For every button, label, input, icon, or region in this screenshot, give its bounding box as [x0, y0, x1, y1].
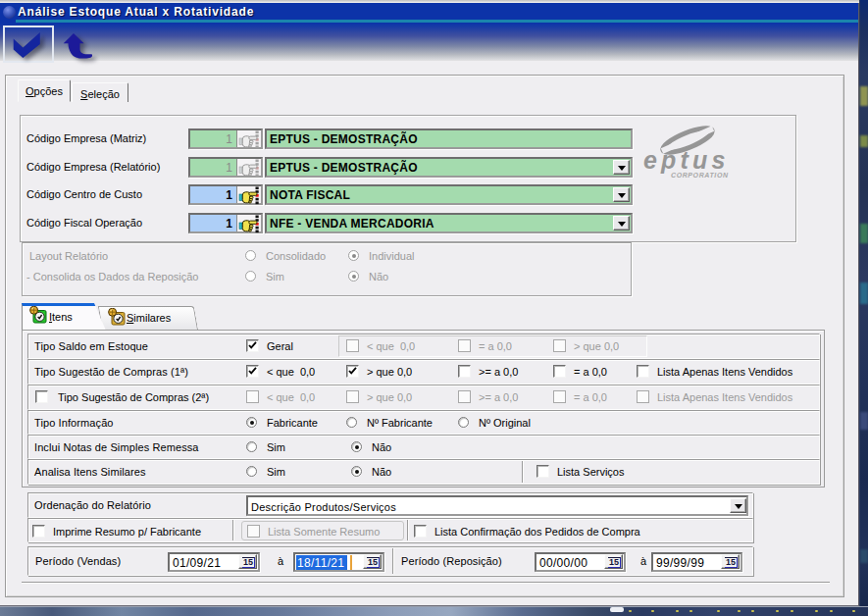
svg-text:eptus: eptus [643, 146, 730, 174]
svg-text:CORPORATION: CORPORATION [671, 172, 729, 179]
